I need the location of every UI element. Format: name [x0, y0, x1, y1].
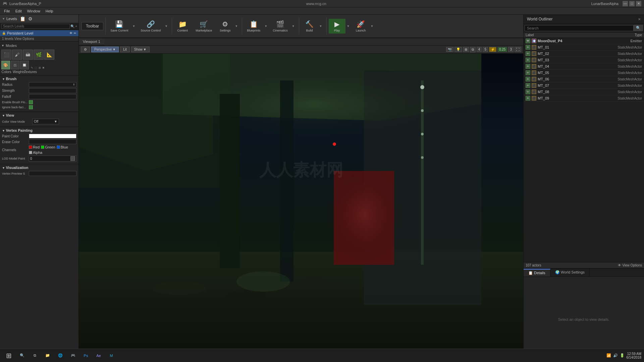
brush-title[interactable]: Brush [2, 77, 76, 81]
vertex-title[interactable]: Vertex Painting [2, 128, 76, 132]
close-button[interactable]: ✕ [636, 1, 641, 6]
build-dropdown-arrow[interactable]: ▼ [319, 24, 323, 28]
mode-fill-icon[interactable]: ⊞ [39, 66, 41, 69]
mode-sub-colors[interactable]: 🎨 [1, 61, 10, 69]
green-checkbox[interactable] [41, 145, 44, 149]
menu-help[interactable]: Help [43, 8, 56, 14]
settings-button[interactable]: ⚙ Settings [217, 19, 233, 34]
viewport-tab[interactable]: Viewport 1 [79, 38, 104, 45]
channel-blue[interactable]: Blue [57, 145, 68, 149]
vis-icon[interactable]: 👁 [526, 64, 530, 69]
channel-red[interactable]: Red [29, 145, 40, 149]
vp-yellow-icon[interactable]: ⚡ [489, 47, 496, 52]
minimize-button[interactable]: — [623, 1, 628, 6]
vis-icon[interactable]: 👁 [526, 89, 530, 94]
ignore-back-checkbox[interactable] [29, 105, 33, 109]
list-item[interactable]: 👁 ⬛ MT_01 StaticMeshActor [524, 44, 644, 51]
source-control-button[interactable]: 🔗 Source Control [138, 19, 163, 34]
launch-dropdown-arrow[interactable]: ▼ [370, 24, 374, 28]
viewport-options-button[interactable]: ⚙ [81, 47, 90, 52]
taskbar-search[interactable]: 🔍 [16, 350, 28, 362]
network-icon[interactable]: 📶 [606, 353, 611, 358]
perspective-button[interactable]: Perspective ▼ [91, 47, 119, 52]
vp-fullscreen[interactable]: ⛶ [515, 47, 521, 52]
build-button[interactable]: 🔨 Build [301, 19, 318, 34]
blueprints-dropdown-arrow[interactable]: ▼ [264, 24, 268, 28]
vp-grid-icon[interactable]: ⊞ [463, 47, 469, 52]
mode-label-textures[interactable]: Textures [24, 70, 34, 74]
taskbar-photoshop[interactable]: Ps [80, 350, 92, 362]
list-item[interactable]: 👁 💨 MoonDust_P4 Emitter [524, 38, 644, 44]
taskbar-ue4[interactable]: 🎮 [67, 350, 79, 362]
levels-add-icon[interactable]: ⚙ [28, 16, 33, 21]
falloff-input[interactable]: 0.090476 [29, 94, 76, 99]
mode-paint[interactable]: 🖌 [12, 50, 22, 60]
mode-erase-icon[interactable]: ✖ [42, 66, 45, 69]
levels-search-input[interactable] [1, 24, 70, 29]
menu-edit[interactable]: Edit [13, 8, 24, 14]
red-checkbox[interactable] [29, 145, 32, 149]
content-button[interactable]: 📁 Content [174, 19, 191, 34]
viewport-canvas[interactable]: 人人素材网 Level: LunarBaseAlpha_P (Persisten… [79, 54, 523, 359]
falloff-value[interactable]: 0.090476 [30, 95, 75, 99]
vis-icon[interactable]: 👁 [526, 77, 530, 81]
blueprints-button[interactable]: 📋 Blueprints [244, 19, 263, 34]
mode-label-weights[interactable]: Weights [13, 70, 23, 74]
vertex-preview-input[interactable]: 6.0 [29, 171, 76, 176]
taskbar-maya[interactable]: M [105, 350, 117, 362]
play-button[interactable]: ▶ Play [329, 19, 345, 34]
radius-input[interactable]: 106.494843 ⬆ [29, 82, 76, 87]
eye-icon[interactable]: 👁 [69, 32, 72, 35]
mode-sub-weights[interactable]: ⚖ [11, 61, 19, 69]
list-item[interactable]: 👁 ⬛ MT_04 StaticMeshActor [524, 63, 644, 70]
channel-green[interactable]: Green [41, 145, 55, 149]
vis-icon[interactable]: 👁 [526, 39, 530, 43]
vis-icon[interactable]: 👁 [526, 96, 530, 101]
mode-edit-icon[interactable]: ✎ [31, 66, 33, 69]
list-item[interactable]: 👁 ⬛ MT_08 StaticMeshActor [524, 89, 644, 95]
persistent-level-item[interactable]: 🔒 Persistent Level 👁 ✏ [0, 30, 78, 36]
settings-dropdown-arrow[interactable]: ▼ [234, 24, 238, 28]
outliner-search-input[interactable] [525, 25, 634, 31]
lod-input[interactable] [29, 156, 76, 162]
strength-value[interactable]: 0.06 [30, 89, 75, 93]
battery-icon[interactable]: 🔋 [620, 353, 625, 358]
marketplace-button[interactable]: 🛒 Marketplace [193, 19, 215, 34]
mode-landscape[interactable]: 🏔 [23, 50, 33, 60]
radius-value[interactable]: 106.494843 [30, 83, 73, 86]
details-tab[interactable]: 📋 Details [524, 269, 550, 277]
list-item[interactable]: 👁 ⬛ MT_02 StaticMeshActor [524, 51, 644, 57]
channel-alpha[interactable]: Alpha [29, 150, 42, 155]
list-item[interactable]: 👁 ⬛ MT_07 StaticMeshActor [524, 82, 644, 89]
blue-checkbox[interactable] [57, 145, 60, 149]
menu-file[interactable]: File [1, 8, 13, 14]
maximize-button[interactable]: □ [629, 1, 635, 6]
vis-icon[interactable]: 👁 [526, 70, 530, 75]
mode-geometry[interactable]: 📐 [44, 50, 54, 60]
show-button[interactable]: Show ▼ [131, 47, 150, 52]
launch-button[interactable]: 🚀 Launch [352, 19, 369, 34]
strength-input[interactable]: 0.06 [29, 88, 76, 93]
add-level-icon[interactable]: + [75, 24, 77, 28]
list-item[interactable]: 👁 ⬛ MT_05 StaticMeshActor [524, 70, 644, 76]
lod-color-swatch[interactable] [70, 156, 75, 161]
volume-icon[interactable]: 🔊 [613, 353, 618, 358]
save-dropdown-arrow[interactable]: ▼ [131, 24, 136, 28]
erase-color-swatch[interactable] [29, 139, 76, 144]
mode-select-icon[interactable]: ⬚ [35, 66, 37, 69]
vertex-preview-value[interactable]: 6.0 [30, 172, 75, 175]
taskbar-taskview[interactable]: ⧉ [29, 350, 41, 362]
vis-icon[interactable]: 👁 [526, 51, 530, 56]
vis-icon[interactable]: 👁 [526, 45, 530, 50]
mode-place[interactable]: ⬛ [1, 50, 11, 60]
view-title[interactable]: View [2, 113, 76, 117]
color-view-select[interactable]: Off ▼ [32, 119, 59, 124]
source-dropdown-arrow[interactable]: ▼ [164, 24, 168, 28]
vp-num-4[interactable]: 4 [477, 47, 482, 52]
outliner-close-btn[interactable]: ✕ [638, 17, 641, 21]
play-dropdown-arrow[interactable]: ▼ [346, 24, 351, 28]
outliner-search-button[interactable]: 🔍 [634, 25, 643, 31]
vp-light-icon[interactable]: 💡 [454, 47, 462, 52]
paint-color-swatch[interactable] [29, 134, 76, 138]
list-item[interactable]: 👁 ⬛ MT_06 StaticMeshActor [524, 76, 644, 82]
